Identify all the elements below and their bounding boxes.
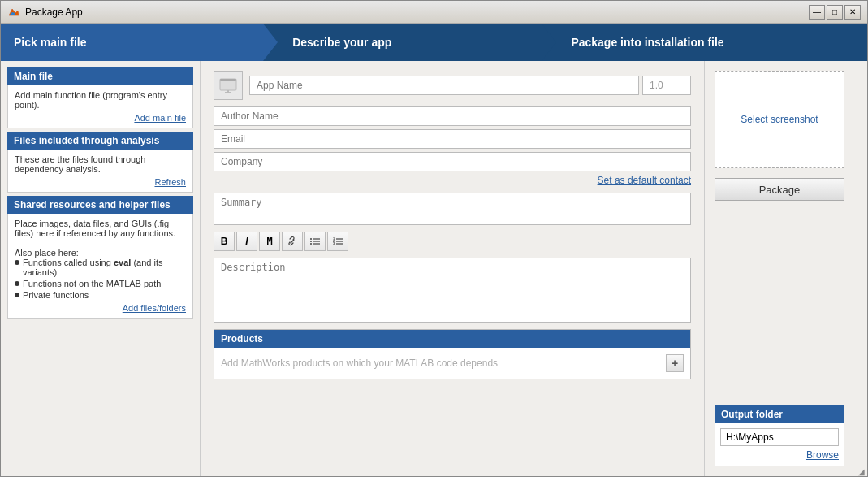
package-button[interactable]: Package: [715, 178, 844, 201]
set-default-contact-link[interactable]: Set as default contact: [214, 175, 691, 186]
files-analysis-body: These are the files found through depend…: [7, 150, 193, 193]
svg-rect-3: [220, 79, 236, 81]
bullet-dot: [15, 260, 19, 265]
bullet-item-1: Functions called using eval (and its var…: [23, 258, 186, 277]
step-describe-app[interactable]: Describe your app: [263, 24, 542, 61]
unordered-list-button[interactable]: [304, 232, 326, 251]
app-icon-svg: [218, 76, 238, 95]
products-header: Products: [214, 330, 690, 348]
middle-panel: Set as default contact B I M: [200, 61, 705, 476]
files-analysis-section: Files included through analysis These ar…: [7, 132, 193, 193]
minimize-button[interactable]: —: [809, 5, 825, 20]
bold-button[interactable]: B: [214, 232, 235, 251]
matlab-icon: [7, 6, 20, 19]
ul-icon: [309, 236, 321, 247]
list-item: Private functions: [15, 290, 186, 300]
add-product-button[interactable]: +: [666, 354, 684, 372]
link-icon: [287, 236, 298, 247]
summary-input[interactable]: [214, 193, 691, 225]
output-folder-header: Output folder: [715, 405, 844, 423]
title-bar-left: Package App: [7, 6, 83, 19]
company-input[interactable]: [214, 152, 691, 171]
main-file-section: Main file Add main function file (progra…: [7, 67, 193, 128]
shared-resources-header-label: Shared resources and helper files: [14, 199, 171, 210]
contact-row: Set as default contact: [214, 106, 691, 186]
maximize-button[interactable]: □: [827, 5, 843, 20]
refresh-link[interactable]: Refresh: [15, 177, 186, 187]
ordered-list-button[interactable]: 1 2 3: [327, 232, 348, 251]
version-input[interactable]: [642, 76, 691, 95]
bullet-item-3: Private functions: [23, 290, 89, 300]
step-package[interactable]: Package into installation file: [542, 24, 867, 61]
close-button[interactable]: ✕: [844, 5, 861, 20]
main-file-desc: Add main function file (program's entry …: [15, 90, 167, 110]
main-file-body: Add main function file (program's entry …: [7, 85, 193, 128]
step1-label: Pick main file: [14, 36, 86, 49]
italic-button[interactable]: I: [236, 232, 257, 251]
main-content: Main file Add main function file (progra…: [1, 61, 867, 476]
products-header-label: Products: [221, 333, 263, 345]
bullet-dot: [15, 293, 19, 297]
shared-resources-section: Shared resources and helper files Place …: [7, 196, 193, 319]
right-panel: Select screenshot Package Output folder …: [705, 61, 867, 476]
main-window: Package App — □ ✕ Pick main file Describ…: [0, 0, 868, 477]
email-input[interactable]: [214, 129, 691, 149]
products-body: Add MathWorks products on which your MAT…: [214, 348, 690, 379]
bullet-item-2: Functions not on the MATLAB path: [23, 279, 161, 288]
svg-text:3: 3: [333, 241, 335, 245]
select-screenshot-link[interactable]: Select screenshot: [741, 114, 818, 125]
add-main-file-link[interactable]: Add main file: [15, 113, 186, 123]
app-name-input[interactable]: [249, 76, 639, 95]
bullet-dot: [15, 281, 19, 286]
svg-point-8: [310, 243, 312, 245]
bullet-list: Functions called using eval (and its var…: [15, 258, 186, 300]
ol-icon: 1 2 3: [332, 236, 343, 247]
output-folder-section: Output folder Browse: [715, 405, 857, 466]
mono-button[interactable]: M: [259, 232, 280, 251]
shared-resources-header: Shared resources and helper files: [7, 196, 193, 214]
step-pick-main-file[interactable]: Pick main file: [1, 24, 263, 61]
main-file-header-label: Main file: [14, 71, 53, 82]
svg-point-7: [310, 241, 312, 242]
files-analysis-header-label: Files included through analysis: [14, 135, 159, 146]
title-bar-title: Package App: [25, 7, 83, 18]
title-bar-buttons: — □ ✕: [809, 5, 861, 20]
shared-resources-desc: Place images, data files, and GUIs (.fig…: [15, 219, 175, 238]
files-analysis-desc: These are the files found through depend…: [15, 154, 145, 174]
app-name-fields: [249, 76, 691, 95]
products-placeholder: Add MathWorks products on which your MAT…: [221, 358, 498, 369]
resize-handle[interactable]: ◢: [858, 467, 866, 475]
step2-label: Describe your app: [292, 36, 391, 49]
formatting-toolbar: B I M: [214, 232, 691, 251]
svg-point-6: [310, 238, 312, 240]
products-section: Products Add MathWorks products on which…: [214, 329, 691, 379]
app-icon: [214, 71, 243, 100]
files-analysis-header: Files included through analysis: [7, 132, 193, 150]
left-panel: Main file Add main function file (progra…: [1, 61, 200, 476]
list-item: Functions not on the MATLAB path: [15, 279, 186, 288]
main-file-header: Main file: [7, 67, 193, 85]
description-input[interactable]: [214, 258, 691, 323]
output-folder-header-label: Output folder: [721, 409, 783, 420]
step3-label: Package into installation file: [571, 36, 723, 49]
output-folder-body: Browse: [715, 423, 844, 466]
output-folder-input[interactable]: [720, 428, 839, 446]
link-button[interactable]: [282, 232, 303, 251]
browse-link[interactable]: Browse: [720, 449, 839, 461]
steps-header: Pick main file Describe your app Package…: [1, 24, 867, 61]
add-files-folders-link[interactable]: Add files/folders: [15, 303, 186, 313]
screenshot-area: Select screenshot: [715, 71, 844, 168]
author-name-input[interactable]: [214, 106, 691, 126]
shared-resources-body: Place images, data files, and GUIs (.fig…: [7, 214, 193, 319]
also-place-label: Also place here:: [15, 248, 79, 258]
title-bar: Package App — □ ✕: [1, 1, 867, 24]
app-name-row: [214, 71, 691, 100]
list-item: Functions called using eval (and its var…: [15, 258, 186, 277]
